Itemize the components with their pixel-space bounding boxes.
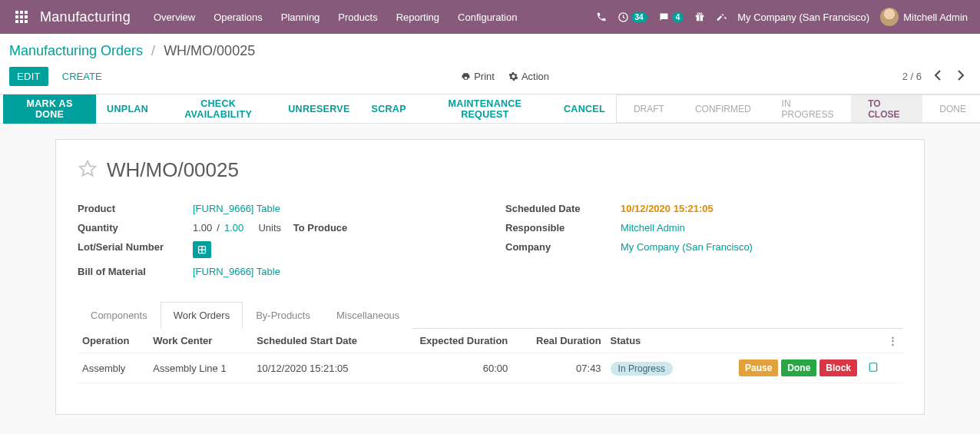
quantity-suffix: To Produce bbox=[293, 222, 348, 234]
status-in-progress[interactable]: IN PROGRESS bbox=[765, 94, 852, 123]
user-menu[interactable]: Mitchell Admin bbox=[880, 8, 968, 26]
nav-planning[interactable]: Planning bbox=[272, 1, 329, 34]
scrap-button[interactable]: SCRAP bbox=[361, 94, 417, 124]
systray: 34 4 My Company (San Francisco) Mitchell… bbox=[596, 8, 974, 26]
activities-badge: 34 bbox=[631, 12, 647, 22]
user-name: Mitchell Admin bbox=[903, 12, 968, 23]
responsible-link[interactable]: Mitchell Admin bbox=[621, 222, 685, 234]
gear-icon bbox=[508, 71, 518, 81]
company-switcher[interactable]: My Company (San Francisco) bbox=[737, 12, 869, 23]
pager-next[interactable] bbox=[954, 68, 968, 84]
svg-rect-2 bbox=[25, 11, 28, 14]
action-button[interactable]: Action bbox=[508, 71, 549, 82]
avatar bbox=[880, 8, 899, 26]
svg-rect-1 bbox=[20, 11, 23, 14]
status-to-close[interactable]: TO CLOSE bbox=[851, 94, 922, 123]
status-confirmed[interactable]: CONFIRMED bbox=[678, 94, 765, 123]
brand-title[interactable]: Manufacturing bbox=[37, 9, 144, 25]
unplan-button[interactable]: UNPLAN bbox=[96, 94, 159, 124]
col-expected: Expected Duration bbox=[390, 329, 512, 353]
apps-icon[interactable] bbox=[6, 11, 37, 23]
print-button[interactable]: Print bbox=[461, 71, 495, 82]
bom-link[interactable]: [FURN_9666] Table bbox=[193, 266, 280, 277]
col-operation: Operation bbox=[78, 329, 148, 353]
maintenance-request-button[interactable]: MAINTENANCE REQUEST bbox=[417, 94, 553, 124]
company-link[interactable]: My Company (San Francisco) bbox=[621, 241, 753, 253]
col-real: Real Duration bbox=[512, 329, 605, 353]
svg-point-14 bbox=[700, 13, 703, 15]
breadcrumb-root[interactable]: Manufacturing Orders bbox=[9, 43, 143, 58]
work-orders-table: Operation Work Center Scheduled Start Da… bbox=[78, 329, 902, 383]
quantity-done: 1.00 bbox=[193, 222, 212, 234]
check-availability-button[interactable]: CHECK AVAILABILITY bbox=[159, 94, 277, 124]
edit-button[interactable]: EDIT bbox=[9, 67, 48, 86]
phone-icon[interactable] bbox=[596, 12, 607, 22]
create-button[interactable]: CREATE bbox=[56, 67, 108, 86]
svg-rect-3 bbox=[15, 15, 18, 18]
activities-icon[interactable]: 34 bbox=[617, 12, 647, 23]
wo-real: 07:43 bbox=[512, 353, 605, 383]
work-order-row[interactable]: Assembly Assembly Line 1 10/12/2020 15:2… bbox=[78, 353, 902, 383]
col-scheduled: Scheduled Start Date bbox=[252, 329, 389, 353]
tab-by-products[interactable]: By-Products bbox=[243, 302, 323, 329]
messages-badge: 4 bbox=[672, 12, 684, 22]
breadcrumb-sep: / bbox=[147, 43, 160, 58]
status-draft[interactable]: DRAFT bbox=[616, 94, 678, 123]
tablet-icon[interactable] bbox=[868, 362, 879, 375]
wo-done-button[interactable]: Done bbox=[781, 359, 816, 376]
tab-miscellaneous[interactable]: Miscellaneous bbox=[323, 302, 412, 329]
unreserve-button[interactable]: UNRESERVE bbox=[277, 94, 360, 124]
gift-icon[interactable] bbox=[694, 12, 705, 22]
wo-expected: 60:00 bbox=[390, 353, 512, 383]
nav-configuration[interactable]: Configuration bbox=[449, 1, 526, 34]
scheduled-label: Scheduled Date bbox=[505, 203, 621, 214]
breadcrumb-current: WH/MO/00025 bbox=[164, 43, 255, 58]
pager-prev[interactable] bbox=[931, 68, 945, 84]
columns-menu-icon[interactable]: ⋮ bbox=[888, 335, 898, 346]
quantity-uom: Units bbox=[258, 222, 281, 234]
chevron-left-icon bbox=[934, 70, 942, 81]
col-work-center: Work Center bbox=[148, 329, 252, 353]
wo-operation: Assembly bbox=[78, 353, 148, 383]
col-status: Status bbox=[606, 329, 696, 353]
lot-label: Lot/Serial Number bbox=[78, 241, 193, 258]
chevron-right-icon bbox=[957, 70, 965, 81]
svg-rect-6 bbox=[15, 20, 18, 23]
status-flow: DRAFT CONFIRMED IN PROGRESS TO CLOSE DON… bbox=[616, 94, 980, 123]
tab-work-orders[interactable]: Work Orders bbox=[161, 302, 243, 329]
pager-text: 2 / 6 bbox=[902, 71, 922, 82]
nav-products[interactable]: Products bbox=[329, 1, 386, 34]
print-icon bbox=[461, 71, 471, 81]
product-label: Product bbox=[78, 203, 193, 214]
company-label: Company bbox=[505, 241, 621, 253]
tab-components[interactable]: Components bbox=[78, 302, 161, 329]
wo-work-center: Assembly Line 1 bbox=[148, 353, 252, 383]
notebook-tabs: Components Work Orders By-Products Misce… bbox=[78, 301, 902, 329]
mark-as-done-button[interactable]: MARK AS DONE bbox=[3, 94, 96, 124]
favorite-star-icon[interactable] bbox=[78, 159, 98, 181]
status-done[interactable]: DONE bbox=[922, 94, 980, 123]
wo-scheduled: 10/12/2020 15:21:05 bbox=[252, 353, 389, 383]
scheduled-value: 10/12/2020 15:21:05 bbox=[621, 203, 902, 214]
top-navbar: Manufacturing Overview Operations Planni… bbox=[0, 0, 980, 34]
control-panel: Manufacturing Orders / WH/MO/00025 EDIT … bbox=[0, 34, 980, 94]
nav-overview[interactable]: Overview bbox=[144, 1, 204, 34]
svg-rect-4 bbox=[20, 15, 23, 18]
svg-rect-7 bbox=[20, 20, 23, 23]
debug-icon[interactable] bbox=[716, 12, 727, 22]
wo-block-button[interactable]: Block bbox=[819, 359, 857, 376]
grid-plus-icon bbox=[197, 245, 207, 254]
svg-rect-12 bbox=[700, 15, 700, 22]
svg-rect-0 bbox=[15, 11, 18, 14]
quantity-sep: / bbox=[217, 222, 220, 234]
nav-menu: Overview Operations Planning Products Re… bbox=[144, 1, 526, 34]
responsible-label: Responsible bbox=[505, 222, 621, 234]
nav-operations[interactable]: Operations bbox=[204, 1, 272, 34]
product-link[interactable]: [FURN_9666] Table bbox=[193, 203, 280, 214]
wo-pause-button[interactable]: Pause bbox=[739, 359, 778, 376]
nav-reporting[interactable]: Reporting bbox=[387, 1, 449, 34]
svg-rect-8 bbox=[25, 20, 28, 23]
cancel-button[interactable]: CANCEL bbox=[553, 94, 616, 124]
messages-icon[interactable]: 4 bbox=[658, 12, 684, 23]
lot-serial-button[interactable] bbox=[193, 241, 211, 258]
